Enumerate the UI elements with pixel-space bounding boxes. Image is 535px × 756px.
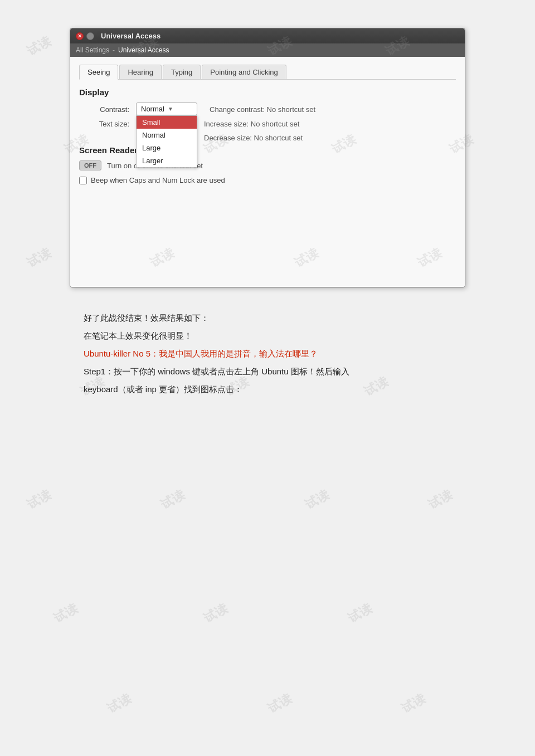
contrast-dropdown-container: Normal ▼ Small Normal Large Larger xyxy=(136,103,197,115)
article-line-1: 好了此战役结束！效果结果如下： xyxy=(84,310,507,326)
minimize-button[interactable] xyxy=(86,32,94,40)
beep-checkbox[interactable] xyxy=(79,177,87,184)
tab-bar: Seeing Hearing Typing Pointing and Click… xyxy=(79,65,456,80)
decrease-size-shortcut: Decrease size: No shortcut set xyxy=(204,134,303,142)
close-button[interactable]: ✕ xyxy=(76,32,84,40)
nav-bar: All Settings - Universal Access xyxy=(70,43,465,57)
watermark: 试读 xyxy=(158,486,187,513)
increase-size-shortcut: Increase size: No shortcut set xyxy=(204,120,303,128)
nav-separator: - xyxy=(113,46,115,54)
watermark: 试读 xyxy=(345,600,374,627)
tab-typing[interactable]: Typing xyxy=(163,65,201,79)
watermark: 试读 xyxy=(24,486,54,513)
watermark: 试读 xyxy=(265,690,294,717)
beep-label: Beep when Caps and Num Lock are used xyxy=(91,176,225,184)
watermark: 试读 xyxy=(303,486,332,513)
display-section-title: Display xyxy=(79,87,456,97)
dropdown-item-larger[interactable]: Larger xyxy=(137,154,197,167)
article-line-4: Step1：按一下你的 windows 键或者点击左上角 Ubuntu 图标！然… xyxy=(84,363,507,380)
watermark: 试读 xyxy=(24,245,54,271)
window-body: Seeing Hearing Typing Pointing and Click… xyxy=(70,57,465,287)
article-line-5: keyboard（或者 inp 更省）找到图标点击： xyxy=(84,381,507,398)
article-line-2: 在笔记本上效果变化很明显！ xyxy=(84,328,507,344)
spacer xyxy=(79,190,456,279)
nav-current: Universal Access xyxy=(118,46,169,54)
watermark: 试读 xyxy=(104,690,134,717)
dropdown-item-normal[interactable]: Normal xyxy=(137,129,197,142)
contrast-value: Normal xyxy=(141,105,164,113)
universal-access-window: ✕ Universal Access All Settings - Univer… xyxy=(70,28,465,287)
watermark: 试读 xyxy=(51,600,80,627)
dropdown-item-large[interactable]: Large xyxy=(137,142,197,154)
screen-reader-toggle[interactable]: OFF xyxy=(79,160,101,170)
tab-hearing[interactable]: Hearing xyxy=(119,65,162,79)
dropdown-arrow-icon: ▼ xyxy=(168,106,173,112)
watermark: 试读 xyxy=(24,33,54,60)
article-section: 好了此战役结束！效果结果如下： 在笔记本上效果变化很明显！ Ubuntu-kil… xyxy=(11,304,524,410)
contrast-shortcut: Change contrast: No shortcut set xyxy=(204,103,315,114)
contrast-dropdown-menu: Small Normal Large Larger xyxy=(136,115,197,168)
text-size-label: Text size: xyxy=(79,119,129,128)
nav-all-settings[interactable]: All Settings xyxy=(76,46,109,54)
dropdown-item-small[interactable]: Small xyxy=(137,116,197,129)
contrast-dropdown[interactable]: Normal ▼ xyxy=(136,103,197,115)
window-controls: ✕ xyxy=(76,32,94,40)
text-size-shortcuts: Increase size: No shortcut set Decrease … xyxy=(204,119,303,142)
window-title: Universal Access xyxy=(101,32,160,40)
watermark: 试读 xyxy=(201,600,230,627)
watermark: 试读 xyxy=(398,690,428,717)
contrast-label: Contrast: xyxy=(79,103,129,114)
tab-pointing[interactable]: Pointing and Clicking xyxy=(202,65,286,79)
titlebar: ✕ Universal Access xyxy=(70,28,465,43)
tab-seeing[interactable]: Seeing xyxy=(79,65,118,80)
beep-checkbox-row: Beep when Caps and Num Lock are used xyxy=(79,176,456,184)
article-line-3: Ubuntu-killer No 5：我是中国人我用的是拼音，输入法在哪里？ xyxy=(84,345,507,362)
watermark: 试读 xyxy=(425,486,455,513)
